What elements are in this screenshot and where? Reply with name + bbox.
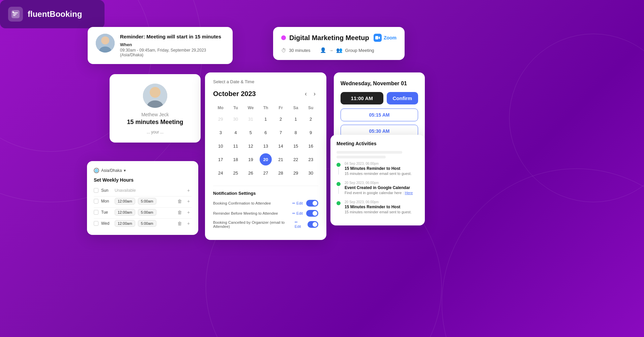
cal-header-su: Su: [303, 103, 318, 112]
calendar-next-btn[interactable]: ›: [311, 89, 318, 99]
timezone-icon: 🌐: [94, 168, 99, 173]
reminder-when-label: When: [120, 42, 225, 47]
activity-desc-0: 15 minutes reminder email sent to guest.: [345, 172, 412, 176]
activity-event-0: 15 Minutes Reminder to Host: [345, 166, 412, 171]
cal-day-6[interactable]: 2: [305, 113, 317, 125]
cal-day-10[interactable]: 6: [260, 126, 272, 139]
cal-day-14[interactable]: 10: [214, 140, 227, 152]
logo-text-bold: Booking: [50, 9, 82, 19]
cal-day-18[interactable]: 14: [275, 140, 287, 152]
cal-day-26[interactable]: 22: [290, 153, 302, 165]
activity-link-1[interactable]: Here: [405, 191, 413, 195]
cal-day-7[interactable]: 3: [214, 126, 227, 139]
mon-day-label: Mon: [101, 199, 112, 204]
notif-edit-2[interactable]: ✏ Edit: [295, 220, 304, 228]
logo-text: fluentBooking: [28, 9, 82, 19]
notif-toggle-1[interactable]: [306, 210, 318, 217]
timezone-label: Asia/Dhaka: [101, 168, 122, 173]
logo-card: fluentBooking: [0, 0, 105, 28]
cal-day-13[interactable]: 9: [305, 126, 317, 139]
wed-start-time[interactable]: 12:00am: [115, 220, 135, 227]
person-icon: 👤: [320, 47, 326, 53]
calendar-card: Select a Date & Time October 2023 ‹ › Mo…: [205, 72, 326, 240]
timepicker-date: Wednesday, November 01: [341, 81, 418, 87]
tue-end-time[interactable]: 5:00am: [138, 209, 156, 216]
meeting-detail-card: Methew Jeck 15 minutes Meeting ... your …: [110, 74, 201, 143]
cal-day-27[interactable]: 23: [305, 153, 317, 165]
confirm-button[interactable]: Confirm: [387, 92, 418, 104]
activity-date-0: 04 Sep 2023, 06:00pm: [345, 162, 412, 165]
cal-day-8[interactable]: 4: [230, 126, 242, 139]
weekly-hours-card: 🌐 Asia/Dhaka ▾ Set Weekly Hours Sun Unav…: [87, 161, 198, 235]
mon-checkbox[interactable]: [94, 199, 98, 204]
notif-edit-0[interactable]: ✏ Edit: [292, 201, 303, 206]
cal-day-20[interactable]: 16: [305, 140, 317, 152]
cal-day-15[interactable]: 11: [230, 140, 242, 152]
cal-day-34[interactable]: 30: [305, 167, 317, 179]
cal-day-31[interactable]: 27: [260, 167, 272, 179]
group-icon: 👥: [336, 47, 343, 53]
timezone-chevron: ▾: [124, 168, 126, 173]
cal-header-mo: Mo: [213, 103, 228, 112]
calendar-grid: Mo Tu We Th Fr Sa Su 2930311212345678910…: [213, 103, 318, 180]
tue-delete-btn[interactable]: 🗑: [177, 209, 183, 215]
activities-title: Meeting Activities: [336, 141, 419, 146]
cal-day-22[interactable]: 18: [230, 153, 242, 165]
calendar-prev-btn[interactable]: ‹: [302, 89, 310, 99]
cal-day-17[interactable]: 13: [260, 140, 272, 152]
cal-day-19[interactable]: 15: [290, 140, 302, 152]
cal-day-29[interactable]: 25: [230, 167, 242, 179]
activity-item-0: 04 Sep 2023, 06:00pm 15 Minutes Reminder…: [336, 162, 419, 176]
calendar-header-label: Select a Date & Time: [213, 79, 318, 84]
cal-day-25[interactable]: 21: [275, 153, 287, 165]
notif-row-0: Booking Confirmation to Attendee ✏ Edit: [213, 200, 318, 207]
timezone-selector[interactable]: 🌐 Asia/Dhaka ▾: [94, 168, 192, 173]
tue-checkbox[interactable]: [94, 210, 98, 215]
mon-add-btn[interactable]: +: [185, 198, 192, 204]
notif-toggle-2[interactable]: [308, 221, 318, 228]
cal-day-11[interactable]: 7: [275, 126, 287, 139]
cal-day-23[interactable]: 19: [244, 153, 257, 165]
cal-day-30[interactable]: 26: [244, 167, 257, 179]
cal-day-16[interactable]: 12: [244, 140, 257, 152]
cal-day-32[interactable]: 28: [275, 167, 287, 179]
mon-end-time[interactable]: 5:00am: [138, 198, 156, 205]
meeting-type-meta: 👤 → 👥 Group Meeting: [320, 47, 374, 53]
tue-start-time[interactable]: 12:00am: [115, 209, 135, 216]
tue-add-btn[interactable]: +: [185, 209, 192, 215]
notif-toggle-0[interactable]: [306, 200, 318, 207]
activity-item-1: 20 Sep 2023, 06:00pm Event Created in Go…: [336, 181, 419, 195]
activity-item-2: 20 Sep 2023, 06:00pm 15 Minutes Reminder…: [336, 200, 419, 214]
cal-header-tu: Tu: [228, 103, 243, 112]
cal-day-12[interactable]: 8: [290, 126, 302, 139]
cal-day-28[interactable]: 24: [214, 167, 227, 179]
sun-add-btn[interactable]: +: [185, 187, 192, 193]
mon-start-time[interactable]: 12:00am: [115, 198, 135, 205]
cal-day-4[interactable]: 2: [275, 113, 287, 125]
hours-row-sun: Sun Unavailable +: [94, 187, 192, 193]
cal-day-9[interactable]: 5: [244, 126, 257, 139]
timepicker-selected-row: 11:00 AM Confirm: [341, 92, 418, 104]
notif-edit-1[interactable]: ✏ Edit: [292, 211, 303, 216]
reminder-when-value: 09:30am - 09:45am, Friday, September 29,…: [120, 48, 225, 57]
cal-header-sa: Sa: [288, 103, 303, 112]
cal-day-3[interactable]: 1: [260, 113, 272, 125]
zoom-icon: [374, 34, 382, 42]
wed-delete-btn[interactable]: 🗑: [177, 220, 183, 226]
cal-day-21[interactable]: 17: [214, 153, 227, 165]
weekly-hours-title: Set Weekly Hours: [94, 177, 192, 183]
zoom-label: Zoom: [384, 35, 397, 40]
cal-day-5[interactable]: 1: [290, 113, 302, 125]
selected-time-btn[interactable]: 11:00 AM: [341, 92, 383, 104]
cal-header-th: Th: [258, 103, 273, 112]
mon-delete-btn[interactable]: 🗑: [177, 198, 183, 204]
time-option-0[interactable]: 05:15 AM: [341, 109, 418, 121]
wed-end-time[interactable]: 5:00am: [138, 220, 156, 227]
cal-day-24[interactable]: 20: [260, 153, 272, 165]
wed-add-btn[interactable]: +: [185, 220, 192, 226]
svg-rect-7: [12, 11, 14, 13]
sun-checkbox[interactable]: [94, 188, 98, 193]
wed-checkbox[interactable]: [94, 221, 98, 226]
cal-day-33[interactable]: 29: [290, 167, 302, 179]
cal-header-we: We: [243, 103, 258, 112]
